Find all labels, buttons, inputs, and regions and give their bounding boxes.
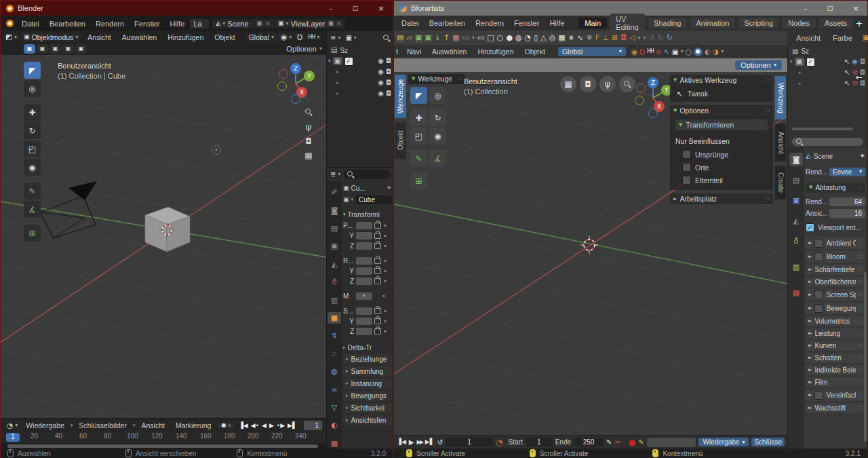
tool-shelf-header[interactable]: ▼ Werkzeuge ∷ (408, 74, 465, 84)
denoise-row[interactable]: ✓ Viewport ent... (806, 221, 865, 233)
add-camera-icon[interactable]: ◘ (620, 34, 627, 41)
tab-uv-editing[interactable]: UV Editing (610, 14, 645, 33)
blender-menu-logo-icon[interactable] (6, 20, 14, 27)
expand-icon[interactable]: ▸ (336, 70, 339, 75)
grip-icon[interactable]: ∷ (458, 76, 462, 82)
properties-search-input[interactable] (344, 170, 391, 179)
menu-hinzufuegen[interactable]: Hinzufügen (163, 32, 208, 43)
pin-icon[interactable]: ✦ (860, 153, 865, 159)
panel-kurven[interactable]: ►Kurven∷ (806, 341, 865, 351)
tab-scene[interactable]: ◭ (789, 214, 803, 227)
hide-eye-icon[interactable]: ◉ (378, 69, 384, 75)
checkbox-row-locations[interactable]: Orte (682, 163, 768, 172)
render-samples-field[interactable]: 64 (829, 197, 865, 206)
rotate-tool[interactable]: ↻ (24, 122, 41, 139)
jump-start-button[interactable]: ▐◀ (239, 422, 248, 429)
properties-search-input[interactable] (792, 138, 863, 146)
viewport-3d[interactable]: Werkzeuge Objekt ▼ Werkzeuge ∷ ◤ ◎ ✚ ↻ ◰… (394, 72, 787, 435)
menu-farbe[interactable]: Farbe (828, 33, 857, 43)
insert-keyframe-icon[interactable]: ✎ (606, 439, 612, 446)
outliner-scene-row[interactable]: ▤ Sz (788, 46, 867, 56)
value-field[interactable] (356, 232, 372, 240)
import-icon[interactable]: ↓ (435, 34, 441, 41)
tab-particles[interactable]: ∴ (328, 348, 341, 360)
auto-key-icon[interactable]: ✎ (638, 439, 644, 446)
panel-sammlung[interactable]: ▸Sammlung (343, 366, 392, 377)
outliner-scene-row[interactable]: ▤ Sz (327, 45, 393, 56)
add-curve-icon[interactable]: ∿ (577, 34, 583, 41)
keyframe-dot[interactable]: • (383, 243, 387, 250)
panel-schatten[interactable]: ►Schatten∷ (806, 353, 865, 363)
menu-fenster[interactable]: Fenster (130, 18, 164, 29)
grip-icon[interactable]: ∷ (766, 196, 770, 202)
overlays-icon[interactable]: ▣ (672, 48, 679, 56)
active-tool-panel-header[interactable]: ▼ Aktives Werkzeug ∷ (670, 75, 773, 85)
shading-material-icon[interactable]: ◐ (705, 48, 711, 56)
primitives-dropdown-icon[interactable]: ▾ (472, 35, 475, 41)
link-image-icon[interactable]: ▦ (452, 34, 459, 41)
options-panel-header[interactable]: ▼ Optionen ∷ (670, 105, 773, 116)
menu-auswaehlen[interactable]: Auswählen (117, 32, 161, 43)
menu-objekt[interactable]: Objekt (520, 46, 550, 57)
menu-hilfe[interactable]: Hilfe (545, 18, 569, 28)
menu-fenster[interactable]: Fenster (509, 18, 544, 28)
render-visibility-icon[interactable]: ◘ (860, 58, 865, 65)
gizmo-z-neg[interactable] (649, 109, 658, 118)
outliner-object-row[interactable]: ▸ ◉ ◘ (327, 77, 393, 88)
panel-bewegungsunschaerfe[interactable]: ►Bewegungsu∷ (806, 303, 865, 314)
lock-icon[interactable] (374, 258, 381, 264)
tab-viewlayer[interactable]: ▣ (328, 240, 341, 252)
panel-checkbox[interactable] (814, 239, 823, 248)
gizmo-x-neg[interactable] (637, 84, 646, 93)
keyframe-dot[interactable]: • (383, 278, 387, 285)
menu-bearbeiten[interactable]: Bearbeiten (425, 18, 470, 28)
tab-output[interactable]: ▤ (328, 223, 341, 234)
editor-type-button[interactable]: ◩▾ (3, 33, 19, 41)
proportional-edit-icon[interactable]: ⊘ (656, 48, 662, 56)
workspace-tab-layout[interactable]: La (190, 19, 209, 28)
cursor-tool[interactable]: ◎ (429, 87, 446, 104)
hide-eye-icon[interactable]: ◉ (378, 90, 384, 97)
close-button[interactable]: × (844, 1, 867, 16)
menu-schluesselbilder[interactable]: Schlüsselbilder (74, 420, 132, 431)
menu-markierung[interactable]: Markierung (171, 420, 216, 431)
panel-indirekte-beleuchtung[interactable]: ►Indirekte Beleu∷ (806, 365, 865, 375)
next-keyframe-button[interactable]: •▶ (277, 422, 285, 429)
panel-oberflaechenstreuung[interactable]: ►Oberflächenstre∷ (806, 277, 865, 287)
navigation-gizmo[interactable]: Z Y X (633, 75, 673, 119)
add-lattice-icon[interactable]: ⊞ (612, 34, 618, 41)
tab-modifiers[interactable]: ↯ (328, 330, 341, 341)
tab-physics[interactable]: ◍ (328, 366, 341, 377)
keyframe-dot[interactable]: • (383, 318, 387, 325)
reload-icon[interactable]: ↻ (667, 34, 673, 41)
viewport-canvas[interactable] (1, 55, 326, 418)
keyframe-dot[interactable]: • (383, 308, 387, 315)
move-tool[interactable]: ✚ (410, 109, 427, 126)
add-cube-icon[interactable]: □ (487, 34, 494, 41)
add-cube-tool[interactable]: ⊞ (24, 225, 41, 242)
tab-main[interactable]: Main (578, 18, 607, 28)
grip-icon[interactable]: ∷ (766, 108, 770, 114)
hide-eye-icon[interactable]: ◉ (378, 58, 384, 64)
tab-output[interactable]: ▤ (789, 173, 803, 187)
panel-schaerfentiefe[interactable]: ►Schärfentiefe∷ (806, 265, 865, 275)
ortho-grid-icon[interactable]: ▦ (304, 151, 312, 159)
keyframes-dropdown[interactable]: Schlüsse (751, 438, 785, 446)
link-video-icon[interactable]: ▭ (462, 34, 469, 41)
value-field[interactable] (356, 267, 372, 275)
lock-icon[interactable] (374, 223, 381, 229)
maximize-button[interactable]: □ (820, 1, 840, 16)
keying-set-icon[interactable]: ◔ (496, 438, 502, 446)
select-tweak-tool[interactable]: ◤ (410, 87, 427, 104)
expand-icon[interactable]: ▸ (799, 81, 802, 86)
select-mode-subtract[interactable]: ▣ (50, 44, 61, 54)
select-mode-intersect[interactable]: ▣ (75, 44, 87, 54)
object-name-field[interactable]: Cube (355, 195, 392, 204)
tab-object[interactable]: ■ (328, 312, 341, 324)
mode-dropdown-field[interactable]: ▾ (356, 292, 372, 300)
panel-checkbox[interactable] (814, 304, 823, 313)
tab-object-data[interactable]: ▽ (328, 402, 341, 413)
tab-collection[interactable]: ▥ (789, 260, 803, 273)
shading-rendered-icon[interactable]: ◑ (713, 48, 719, 56)
menu-rendern[interactable]: Rendern (91, 18, 129, 29)
